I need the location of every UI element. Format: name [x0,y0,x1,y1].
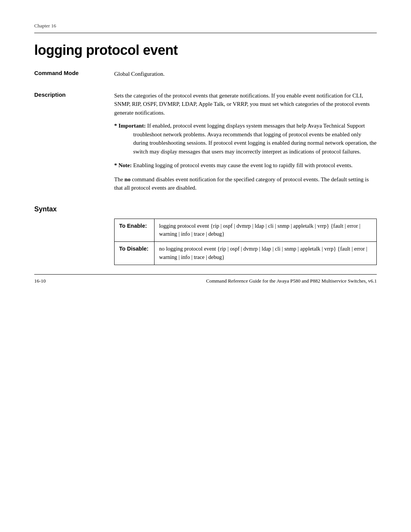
enable-row: To Enable: logging protocol event {rip |… [115,219,377,242]
note-prefix: * Note: [114,162,132,168]
important-prefix: * Important: [114,123,146,129]
footer-page-number: 16-10 [34,278,46,284]
page-title: logging protocol event [34,42,377,58]
top-rule [34,33,377,33]
important-text: * Important: If enabled, protocol event … [133,121,377,156]
command-mode-value: Global Configuration. [114,70,377,78]
syntax-label: Syntax [34,205,377,213]
description-section: Description Sets the categories of the p… [34,91,377,197]
enable-value: logging protocol event {rip | ospf | dvm… [155,219,377,242]
syntax-table: To Enable: logging protocol event {rip |… [114,219,377,265]
footer: 16-10 Command Reference Guide for the Av… [34,278,377,284]
note-body: Enabling logging of protocol events may … [132,162,352,168]
enable-label: To Enable: [115,219,155,242]
disable-row: To Disable: no logging protocol event {r… [115,242,377,265]
important-block: * Important: If enabled, protocol event … [114,121,377,156]
footer-title: Command Reference Guide for the Avaya P5… [206,278,377,284]
command-mode-body: Global Configuration. [114,70,377,83]
note-block: * Note: Enabling logging of protocol eve… [114,161,377,170]
disable-value: no logging protocol event {rip | ospf | … [155,242,377,265]
description-para1: Sets the categories of the protocol even… [114,91,377,117]
description-label: Description [34,91,114,197]
command-mode-label: Command Mode [34,70,114,83]
chapter-label: Chapter 16 [34,23,377,29]
description-body: Sets the categories of the protocol even… [114,91,377,197]
syntax-section: Syntax To Enable: logging protocol event… [34,205,377,265]
page-container: Chapter 16 logging protocol event Comman… [0,0,411,296]
note-text: * Note: Enabling logging of protocol eve… [133,161,377,170]
no-command-para: The no command disables event notificati… [114,175,377,192]
important-body: If enabled, protocol event logging displ… [133,123,376,155]
command-mode-section: Command Mode Global Configuration. [34,70,377,83]
footer-rule [34,274,377,275]
disable-label: To Disable: [115,242,155,265]
